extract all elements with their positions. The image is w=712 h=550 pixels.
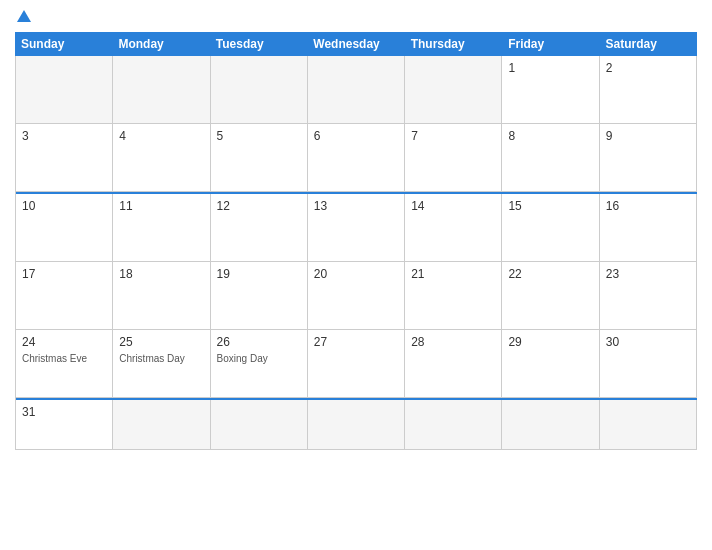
date-number: 15 bbox=[508, 199, 592, 213]
date-number: 5 bbox=[217, 129, 301, 143]
cal-cell: 19 bbox=[211, 262, 308, 330]
cal-cell bbox=[113, 56, 210, 124]
cal-cell: 4 bbox=[113, 124, 210, 192]
calendar-header bbox=[15, 10, 697, 24]
date-number: 8 bbox=[508, 129, 592, 143]
cal-cell: 18 bbox=[113, 262, 210, 330]
day-headers: SundayMondayTuesdayWednesdayThursdayFrid… bbox=[15, 32, 697, 56]
date-number: 23 bbox=[606, 267, 690, 281]
cal-cell: 31 bbox=[16, 400, 113, 450]
date-number: 9 bbox=[606, 129, 690, 143]
date-number: 27 bbox=[314, 335, 398, 349]
cal-cell bbox=[405, 56, 502, 124]
cal-cell: 14 bbox=[405, 194, 502, 262]
date-number: 24 bbox=[22, 335, 106, 349]
cal-cell bbox=[211, 56, 308, 124]
cal-cell: 1 bbox=[502, 56, 599, 124]
date-number: 10 bbox=[22, 199, 106, 213]
date-number: 2 bbox=[606, 61, 690, 75]
date-number: 25 bbox=[119, 335, 203, 349]
date-number: 17 bbox=[22, 267, 106, 281]
cal-cell: 11 bbox=[113, 194, 210, 262]
date-number: 4 bbox=[119, 129, 203, 143]
cal-cell: 7 bbox=[405, 124, 502, 192]
cal-cell: 3 bbox=[16, 124, 113, 192]
date-number: 26 bbox=[217, 335, 301, 349]
day-header: Saturday bbox=[600, 32, 697, 56]
cal-cell: 16 bbox=[600, 194, 697, 262]
date-number: 11 bbox=[119, 199, 203, 213]
day-header: Friday bbox=[502, 32, 599, 56]
date-number: 12 bbox=[217, 199, 301, 213]
cal-cell: 29 bbox=[502, 330, 599, 398]
day-header: Tuesday bbox=[210, 32, 307, 56]
cal-cell: 6 bbox=[308, 124, 405, 192]
calendar-wrapper: SundayMondayTuesdayWednesdayThursdayFrid… bbox=[0, 0, 712, 550]
cal-cell bbox=[113, 400, 210, 450]
logo-triangle-icon bbox=[17, 10, 31, 22]
cal-cell: 15 bbox=[502, 194, 599, 262]
cal-cell: 21 bbox=[405, 262, 502, 330]
cal-cell: 25Christmas Day bbox=[113, 330, 210, 398]
holiday-name: Boxing Day bbox=[217, 352, 301, 365]
date-number: 28 bbox=[411, 335, 495, 349]
date-number: 16 bbox=[606, 199, 690, 213]
date-number: 13 bbox=[314, 199, 398, 213]
calendar-grid: 123456789101112131415161718192021222324C… bbox=[15, 56, 697, 450]
cal-cell: 26Boxing Day bbox=[211, 330, 308, 398]
cal-cell: 12 bbox=[211, 194, 308, 262]
cal-cell: 30 bbox=[600, 330, 697, 398]
date-number: 22 bbox=[508, 267, 592, 281]
cal-cell bbox=[16, 56, 113, 124]
cal-cell: 9 bbox=[600, 124, 697, 192]
cal-cell: 28 bbox=[405, 330, 502, 398]
date-number: 6 bbox=[314, 129, 398, 143]
cal-cell bbox=[308, 400, 405, 450]
cal-cell: 2 bbox=[600, 56, 697, 124]
date-number: 29 bbox=[508, 335, 592, 349]
holiday-name: Christmas Eve bbox=[22, 352, 106, 365]
cal-cell: 13 bbox=[308, 194, 405, 262]
day-header: Sunday bbox=[15, 32, 112, 56]
cal-cell: 24Christmas Eve bbox=[16, 330, 113, 398]
date-number: 30 bbox=[606, 335, 690, 349]
date-number: 20 bbox=[314, 267, 398, 281]
logo bbox=[15, 10, 31, 24]
date-number: 18 bbox=[119, 267, 203, 281]
cal-cell bbox=[600, 400, 697, 450]
cal-cell: 27 bbox=[308, 330, 405, 398]
date-number: 1 bbox=[508, 61, 592, 75]
holiday-name: Christmas Day bbox=[119, 352, 203, 365]
cal-cell: 20 bbox=[308, 262, 405, 330]
date-number: 31 bbox=[22, 405, 106, 419]
date-number: 19 bbox=[217, 267, 301, 281]
cal-cell: 23 bbox=[600, 262, 697, 330]
date-number: 21 bbox=[411, 267, 495, 281]
date-number: 14 bbox=[411, 199, 495, 213]
day-header: Thursday bbox=[405, 32, 502, 56]
cal-cell: 5 bbox=[211, 124, 308, 192]
date-number: 7 bbox=[411, 129, 495, 143]
cal-cell bbox=[308, 56, 405, 124]
day-header: Wednesday bbox=[307, 32, 404, 56]
cal-cell bbox=[211, 400, 308, 450]
cal-cell: 17 bbox=[16, 262, 113, 330]
cal-cell: 10 bbox=[16, 194, 113, 262]
cal-cell: 22 bbox=[502, 262, 599, 330]
date-number: 3 bbox=[22, 129, 106, 143]
cal-cell bbox=[405, 400, 502, 450]
cal-cell: 8 bbox=[502, 124, 599, 192]
day-header: Monday bbox=[112, 32, 209, 56]
cal-cell bbox=[502, 400, 599, 450]
